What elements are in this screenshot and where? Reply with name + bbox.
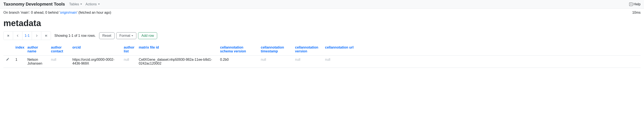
chevron-bar-left-icon (7, 34, 10, 37)
svg-rect-1 (47, 35, 47, 37)
status-suffix: ' (fetched an hour ago) (77, 11, 111, 14)
remote-link[interactable]: origin/main (60, 11, 77, 14)
chevron-left-icon (16, 34, 19, 37)
status-bar: On branch 'main': 0 ahead, 0 behind 'ori… (0, 8, 644, 17)
cell-url: null (322, 56, 357, 68)
col-author-list[interactable]: author list (121, 43, 136, 56)
col-index[interactable]: index (13, 43, 25, 56)
navbar: Taxonomy Development Tools Tables Action… (0, 0, 644, 8)
branch-status: On branch 'main': 0 ahead, 0 behind 'ori… (4, 11, 111, 14)
null-value: null (325, 58, 330, 61)
col-version[interactable]: cellannotation version (292, 43, 322, 56)
caret-down-icon (98, 4, 100, 5)
nav-item-actions-label: Actions (86, 2, 96, 6)
col-author-name[interactable]: author name (25, 43, 48, 56)
edit-cell[interactable] (4, 56, 13, 68)
status-timing: 10ms (632, 11, 640, 14)
caret-down-icon (132, 35, 133, 36)
svg-rect-0 (7, 35, 8, 37)
cell-index: 1 (13, 56, 25, 68)
nav-item-tables[interactable]: Tables (69, 2, 82, 6)
nav-menu: Tables Actions (69, 2, 100, 6)
page-title: metadata (4, 18, 640, 28)
cell-spacer (357, 56, 640, 68)
col-spacer (357, 43, 640, 56)
cell-orcid: https://orcid.org/0000-0002-4436-969X (70, 56, 121, 68)
col-matrix-file-id[interactable]: matrix file id (136, 43, 218, 56)
caret-down-icon (80, 4, 82, 5)
page-range[interactable]: 1-1 (22, 32, 32, 40)
col-author-contact[interactable]: author contact (48, 43, 70, 56)
page-next-button[interactable] (32, 32, 41, 40)
col-schema-version[interactable]: cellannotation schema version (218, 43, 258, 56)
showing-text: Showing 1-1 of 1 row rows. (54, 34, 96, 38)
cell-timestamp: null (258, 56, 292, 68)
null-value: null (261, 58, 266, 61)
col-timestamp[interactable]: cellannotation timestamp (258, 43, 292, 56)
navbar-left: Taxonomy Development Tools Tables Action… (4, 2, 100, 7)
status-prefix: On branch 'main': 0 ahead, 0 behind ' (4, 11, 60, 14)
format-label: Format (120, 34, 130, 38)
cell-author-contact: null (48, 56, 70, 68)
page-prev-button[interactable] (13, 32, 22, 40)
col-url[interactable]: cellannotation url (322, 43, 357, 56)
table-row: 1 Nelson Johansen null https://orcid.org… (4, 56, 640, 68)
chevron-bar-right-icon (44, 34, 48, 37)
help-label: Help (634, 2, 640, 6)
page-last-button[interactable] (41, 32, 51, 40)
pencil-icon (6, 58, 9, 61)
chevron-right-icon (35, 34, 38, 37)
table-controls: 1-1 Showing 1-1 of 1 row rows. Reset For… (4, 31, 640, 40)
add-row-button[interactable]: Add row (138, 32, 157, 39)
main-content: metadata 1-1 Showing 1-1 of 1 row rows. … (0, 18, 644, 71)
cell-matrix-file-id: CellXGene_dataset:nhp50930-982a-11ee-b9d… (136, 56, 218, 68)
col-orcid[interactable]: orcid (70, 43, 121, 56)
cell-schema-version: 0.2b0 (218, 56, 258, 68)
table-header-row: index author name author contact orcid a… (4, 43, 640, 56)
cell-author-list: null (121, 56, 136, 68)
app-brand[interactable]: Taxonomy Development Tools (4, 2, 65, 7)
table-wrap: index author name author contact orcid a… (4, 43, 640, 68)
nav-item-actions[interactable]: Actions (86, 2, 100, 6)
col-edit (4, 43, 13, 56)
reset-button[interactable]: Reset (99, 32, 114, 39)
null-value: null (51, 58, 56, 61)
nav-item-tables-label: Tables (69, 2, 79, 6)
pagination: 1-1 (4, 31, 51, 40)
null-value: null (124, 58, 129, 61)
page-first-button[interactable] (4, 32, 13, 40)
format-button[interactable]: Format (116, 32, 136, 39)
help-link[interactable]: i Help (629, 2, 640, 6)
info-icon: i (629, 2, 633, 6)
cell-version: null (292, 56, 322, 68)
null-value: null (295, 58, 300, 61)
data-table: index author name author contact orcid a… (4, 43, 640, 68)
action-button-group: Reset Format Add row (99, 32, 157, 39)
cell-author-name: Nelson Johansen (25, 56, 48, 68)
